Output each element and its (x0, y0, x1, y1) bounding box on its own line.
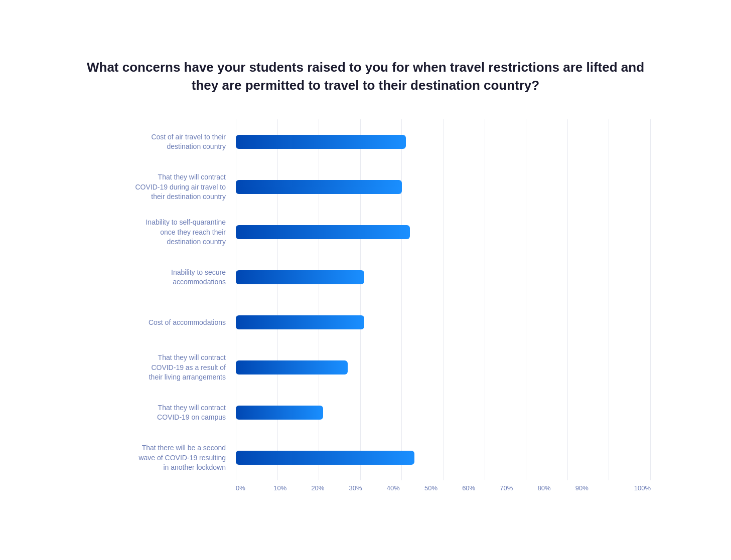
bar-4 (236, 315, 364, 329)
x-label-0: 0% (236, 484, 273, 492)
x-label-8: 80% (538, 484, 575, 492)
bar-1 (236, 180, 402, 194)
chart-row: Inability to self-quarantine once they r… (80, 210, 651, 255)
row-label: That they will contract COVID-19 as a re… (80, 353, 236, 383)
row-label: That there will be a second wave of COVI… (80, 443, 236, 473)
x-label-6: 60% (462, 484, 500, 492)
row-label: Cost of accommodations (80, 318, 236, 328)
chart-row: That they will contract COVID-19 during … (80, 164, 651, 210)
row-label: That they will contract COVID-19 on camp… (80, 403, 236, 423)
row-label: That they will contract COVID-19 during … (80, 172, 236, 202)
row-label: Inability to self-quarantine once they r… (80, 218, 236, 247)
bar-area (236, 119, 651, 164)
bar-area (236, 164, 651, 210)
bar-0 (236, 135, 406, 149)
bar-area (236, 255, 651, 300)
bar-3 (236, 270, 364, 284)
row-label: Inability to secure accommodations (80, 268, 236, 287)
bar-2 (236, 225, 410, 239)
x-label-3: 30% (349, 484, 387, 492)
x-label-5: 50% (424, 484, 462, 492)
bar-6 (236, 406, 323, 420)
x-axis: 0%10%20%30%40%50%60%70%80%90%100% (236, 480, 651, 492)
bar-area (236, 390, 651, 435)
bar-5 (236, 360, 348, 375)
bar-area (236, 345, 651, 390)
chart-title: What concerns have your students raised … (80, 58, 651, 95)
x-label-4: 40% (387, 484, 424, 492)
bar-area (236, 210, 651, 255)
chart-container: What concerns have your students raised … (50, 38, 681, 522)
x-label-2: 20% (311, 484, 349, 492)
row-label: Cost of air travel to their destination … (80, 132, 236, 152)
chart-row: That they will contract COVID-19 as a re… (80, 345, 651, 390)
chart-row: That they will contract COVID-19 on camp… (80, 390, 651, 435)
chart-row: Cost of accommodations (80, 300, 651, 345)
bar-area (236, 300, 651, 345)
chart-body: Cost of air travel to their destination … (80, 119, 651, 480)
chart-row: Inability to secure accommodations (80, 255, 651, 300)
bar-area (236, 435, 651, 480)
x-label-10: 100% (613, 484, 651, 492)
x-label-7: 70% (500, 484, 537, 492)
bar-7 (236, 451, 414, 465)
chart-row: That there will be a second wave of COVI… (80, 435, 651, 480)
x-label-1: 10% (273, 484, 311, 492)
x-label-9: 90% (575, 484, 613, 492)
chart-row: Cost of air travel to their destination … (80, 119, 651, 164)
